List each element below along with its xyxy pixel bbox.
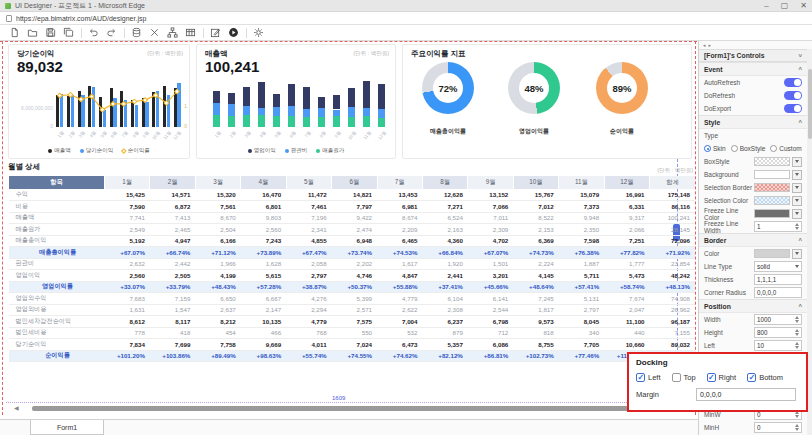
horizontal-scrollbar[interactable]: ◀ <box>6 405 695 412</box>
value-input[interactable] <box>757 411 794 418</box>
radio-boxstyle[interactable]: BoxStyle <box>731 145 766 152</box>
column-header[interactable]: 4월 <box>241 176 286 189</box>
docking-checkbox-top[interactable]: Top <box>672 373 696 382</box>
toggle-doexport[interactable] <box>784 104 802 113</box>
table-row[interactable]: 매출원가2,5492,4652,5042,5602,3412,4742,2092… <box>9 224 696 236</box>
color-swatch[interactable] <box>754 157 790 166</box>
column-header[interactable]: 12월 <box>604 176 649 189</box>
table-row[interactable]: 영업외비용1,6311,5472,6372,1472,2942,5712,622… <box>9 304 696 316</box>
swatch-dropdown-button[interactable] <box>792 183 802 193</box>
color-swatch[interactable] <box>754 249 790 258</box>
swatch-dropdown-button[interactable] <box>792 170 802 180</box>
column-header[interactable]: 6월 <box>332 176 377 189</box>
table-row[interactable]: 영업외수익7,6837,1596,6506,6674,2765,3994,779… <box>9 293 696 305</box>
column-header[interactable]: 1월 <box>105 176 150 189</box>
spinner-buttons[interactable] <box>795 329 799 336</box>
value-input[interactable] <box>757 289 799 296</box>
swatch-dropdown-button[interactable] <box>792 249 802 259</box>
swatch-dropdown-button[interactable] <box>792 209 802 219</box>
save-button[interactable] <box>43 26 58 39</box>
toggle-dorefresh[interactable] <box>784 91 802 100</box>
spinner-buttons[interactable] <box>795 223 799 230</box>
section-position[interactable]: Position˄ <box>699 299 807 313</box>
swatch-dropdown-button[interactable] <box>792 196 802 206</box>
docking-checkbox-bottom[interactable]: Bottom <box>747 373 783 382</box>
table-row[interactable]: 영업이익률+33.07%+33.79%+48.43%+57.28%+38.87%… <box>9 281 696 293</box>
table-row[interactable]: 매출액7,7417,4138,6709,8037,1969,4228,6746,… <box>9 212 696 224</box>
spinner-buttons[interactable] <box>795 316 799 323</box>
open-folder-button[interactable] <box>25 26 40 39</box>
run-button[interactable] <box>226 26 241 39</box>
save-all-button[interactable] <box>61 26 76 39</box>
horizontal-scroll-thumb[interactable] <box>32 406 693 411</box>
scroll-left-arrow-icon[interactable]: ◀ <box>14 405 19 412</box>
value-input[interactable] <box>757 316 794 323</box>
table-row[interactable]: 비용7,5906,8727,5616,8017,4617,7976,9817,2… <box>9 201 696 213</box>
table-row[interactable]: 법인세비용77841845446676855053287971281834044… <box>9 327 696 339</box>
new-document-button[interactable] <box>7 26 22 39</box>
value-input[interactable] <box>757 424 794 431</box>
column-header[interactable]: 3월 <box>195 176 240 189</box>
undo-button[interactable] <box>86 26 101 39</box>
spinner-buttons[interactable] <box>795 424 799 431</box>
swatch-dropdown-button[interactable] <box>792 157 802 167</box>
spinner-buttons[interactable] <box>795 411 799 418</box>
revenue-chart-card[interactable]: 매출액 (단위 : 백만원) 100,241 1월2월3월4월5월6월7월8월9… <box>196 44 396 159</box>
design-canvas[interactable]: 1609 당기순이익 (단위 : 백만원) 89,032 6,000,000,0… <box>0 41 698 435</box>
profit-indicators-card[interactable]: 주요이익률 지표 72%매출총이익률48%영업이익률89%순이익률 <box>402 44 692 159</box>
column-header[interactable]: 2월 <box>150 176 195 189</box>
column-header[interactable]: 9월 <box>468 176 513 189</box>
table-row[interactable]: 영업이익2,5602,5054,1995,6152,7974,7464,8472… <box>9 270 696 282</box>
tools-button[interactable] <box>147 26 162 39</box>
url-text[interactable]: https://epa.bimatrix.com/AUD/designer.js… <box>16 15 146 22</box>
panel-collapse-left-icon[interactable]: ◂ <box>703 42 706 48</box>
table-row[interactable]: 법인세차감전순이익8,6128,1178,21210,1354,7797,575… <box>9 316 696 328</box>
panel-scroll-thumb[interactable] <box>808 69 812 139</box>
panel-collapse-right-icon[interactable]: ▸ <box>709 42 712 48</box>
docking-checkbox-left[interactable]: Left <box>636 373 661 382</box>
net-income-chart-card[interactable]: 당기순이익 (단위 : 백만원) 89,032 6,000,000,000 0 … <box>8 44 190 159</box>
color-swatch[interactable] <box>754 183 790 192</box>
table-row[interactable]: 매출총이익5,1924,9476,1667,2434,8556,9486,465… <box>9 235 696 247</box>
table-row[interactable]: 수익15,42514,57115,32016,47011,47214,82113… <box>9 189 696 201</box>
settings-button[interactable] <box>251 26 266 39</box>
color-swatch[interactable] <box>754 209 790 218</box>
value-input[interactable] <box>757 329 794 336</box>
color-swatch[interactable] <box>754 196 790 205</box>
table-row[interactable]: 판관비2,6322,4421,9661,6282,0582,2021,6171,… <box>9 258 696 270</box>
value-input[interactable] <box>757 276 799 283</box>
toggle-autorefresh[interactable] <box>784 78 802 87</box>
margin-input[interactable] <box>696 388 796 401</box>
tab-form1[interactable]: Form1 <box>30 420 104 435</box>
table-row[interactable]: 당기순이익7,8347,6997,7589,6694,0117,0246,473… <box>9 339 696 351</box>
column-header[interactable]: 11월 <box>559 176 604 189</box>
table-row[interactable]: 순이익률+101.20%+103.86%+89.49%+98.63%+55.74… <box>9 350 696 362</box>
value-input[interactable] <box>757 342 794 349</box>
radio-skin[interactable]: Skin <box>704 145 726 152</box>
column-header-item[interactable]: 항목 <box>9 176 105 189</box>
close-button[interactable]: ✕ <box>800 1 807 11</box>
column-header[interactable]: 8월 <box>422 176 467 189</box>
section-border[interactable]: Border˄ <box>699 233 807 247</box>
panel-header[interactable]: [Form1]'s Controls ˅ <box>699 49 807 62</box>
spinner-buttons[interactable] <box>795 342 799 349</box>
redo-button[interactable] <box>104 26 119 39</box>
column-header[interactable]: 10월 <box>513 176 558 189</box>
monthly-detail-table[interactable]: 항목1월2월3월4월5월6월7월8월9월10월11월12월합계수익15,4251… <box>8 176 695 362</box>
section-event[interactable]: Event˄ <box>699 62 807 76</box>
table-row[interactable]: 매출총이익률+67.07%+66.74%+71.12%+73.89%+67.47… <box>9 247 696 259</box>
select-value[interactable]: solid <box>757 263 795 270</box>
minimize-button[interactable]: – <box>764 1 768 11</box>
database-button[interactable] <box>129 26 144 39</box>
table-button[interactable] <box>183 26 198 39</box>
edit-button[interactable] <box>208 26 223 39</box>
maximize-button[interactable]: ▢ <box>781 1 789 11</box>
color-swatch[interactable] <box>754 170 790 179</box>
value-input[interactable] <box>757 223 794 230</box>
column-header[interactable]: 합계 <box>650 176 695 189</box>
column-header[interactable]: 5월 <box>286 176 331 189</box>
radio-custom[interactable]: Custom <box>770 145 801 152</box>
docking-checkbox-right[interactable]: Right <box>707 373 737 382</box>
section-style[interactable]: Style˄ <box>699 115 807 129</box>
column-header[interactable]: 7월 <box>377 176 422 189</box>
